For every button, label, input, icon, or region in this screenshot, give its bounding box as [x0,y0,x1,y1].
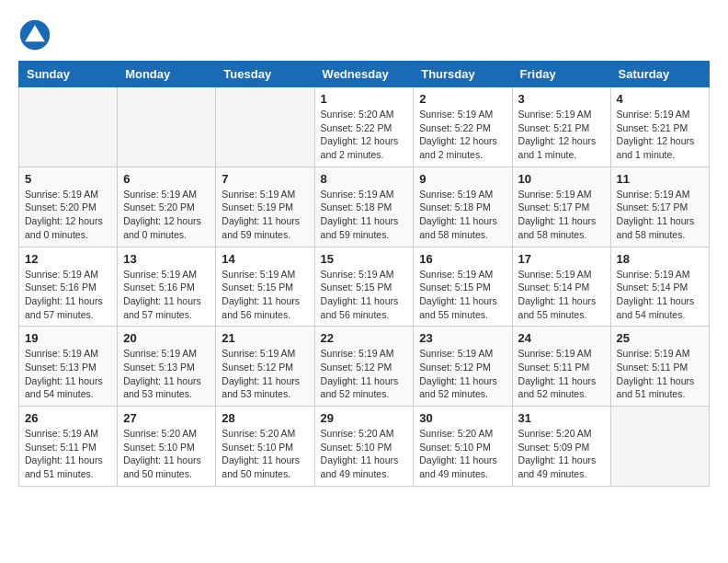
week-row-1: 1Sunrise: 5:20 AM Sunset: 5:22 PM Daylig… [19,87,710,167]
day-info: Sunrise: 5:19 AM Sunset: 5:21 PM Dayligh… [617,108,703,162]
calendar-cell: 27Sunrise: 5:20 AM Sunset: 5:10 PM Dayli… [118,407,216,487]
day-number: 18 [617,252,703,266]
day-info: Sunrise: 5:19 AM Sunset: 5:20 PM Dayligh… [25,188,111,242]
day-info: Sunrise: 5:19 AM Sunset: 5:12 PM Dayligh… [321,347,408,401]
calendar-cell: 12Sunrise: 5:19 AM Sunset: 5:16 PM Dayli… [19,247,118,327]
day-number: 16 [419,252,506,266]
day-number: 21 [222,331,308,345]
day-info: Sunrise: 5:19 AM Sunset: 5:16 PM Dayligh… [25,268,111,322]
day-info: Sunrise: 5:19 AM Sunset: 5:17 PM Dayligh… [617,188,703,242]
calendar-cell: 5Sunrise: 5:19 AM Sunset: 5:20 PM Daylig… [19,167,118,247]
logo-icon [18,18,51,52]
day-info: Sunrise: 5:19 AM Sunset: 5:22 PM Dayligh… [419,108,506,162]
calendar-cell [118,87,216,167]
calendar-cell: 3Sunrise: 5:19 AM Sunset: 5:21 PM Daylig… [512,87,610,167]
day-info: Sunrise: 5:19 AM Sunset: 5:13 PM Dayligh… [123,347,210,401]
day-info: Sunrise: 5:20 AM Sunset: 5:10 PM Dayligh… [419,427,506,481]
day-info: Sunrise: 5:19 AM Sunset: 5:11 PM Dayligh… [617,347,703,401]
day-info: Sunrise: 5:20 AM Sunset: 5:10 PM Dayligh… [321,427,408,481]
calendar-cell: 29Sunrise: 5:20 AM Sunset: 5:10 PM Dayli… [314,407,414,487]
calendar-cell [19,87,118,167]
calendar-cell: 28Sunrise: 5:20 AM Sunset: 5:10 PM Dayli… [216,407,314,487]
calendar-cell [610,407,709,487]
day-info: Sunrise: 5:19 AM Sunset: 5:14 PM Dayligh… [617,268,703,322]
weekday-header-wednesday: Wednesday [314,62,414,87]
day-number: 5 [25,172,111,186]
day-number: 2 [419,92,506,106]
calendar-table: SundayMondayTuesdayWednesdayThursdayFrid… [18,61,710,487]
calendar-cell: 25Sunrise: 5:19 AM Sunset: 5:11 PM Dayli… [610,327,709,407]
calendar-cell: 17Sunrise: 5:19 AM Sunset: 5:14 PM Dayli… [512,247,610,327]
day-number: 28 [222,411,308,425]
day-info: Sunrise: 5:20 AM Sunset: 5:10 PM Dayligh… [123,427,210,481]
day-number: 22 [321,331,408,345]
calendar-cell: 23Sunrise: 5:19 AM Sunset: 5:12 PM Dayli… [414,327,512,407]
day-info: Sunrise: 5:19 AM Sunset: 5:21 PM Dayligh… [518,108,605,162]
day-number: 12 [25,252,111,266]
day-number: 17 [518,252,605,266]
calendar-cell: 15Sunrise: 5:19 AM Sunset: 5:15 PM Dayli… [314,247,414,327]
day-info: Sunrise: 5:19 AM Sunset: 5:18 PM Dayligh… [419,188,506,242]
calendar-cell: 2Sunrise: 5:19 AM Sunset: 5:22 PM Daylig… [414,87,512,167]
day-number: 27 [123,411,210,425]
page-header [18,18,710,52]
day-info: Sunrise: 5:20 AM Sunset: 5:22 PM Dayligh… [321,108,408,162]
calendar-cell: 18Sunrise: 5:19 AM Sunset: 5:14 PM Dayli… [610,247,709,327]
day-info: Sunrise: 5:20 AM Sunset: 5:10 PM Dayligh… [222,427,308,481]
calendar-cell: 1Sunrise: 5:20 AM Sunset: 5:22 PM Daylig… [314,87,414,167]
week-row-3: 12Sunrise: 5:19 AM Sunset: 5:16 PM Dayli… [19,247,710,327]
day-info: Sunrise: 5:19 AM Sunset: 5:12 PM Dayligh… [222,347,308,401]
day-info: Sunrise: 5:19 AM Sunset: 5:14 PM Dayligh… [518,268,605,322]
day-info: Sunrise: 5:19 AM Sunset: 5:18 PM Dayligh… [321,188,408,242]
calendar-cell: 21Sunrise: 5:19 AM Sunset: 5:12 PM Dayli… [216,327,314,407]
calendar-cell: 8Sunrise: 5:19 AM Sunset: 5:18 PM Daylig… [314,167,414,247]
week-row-4: 19Sunrise: 5:19 AM Sunset: 5:13 PM Dayli… [19,327,710,407]
calendar-cell: 30Sunrise: 5:20 AM Sunset: 5:10 PM Dayli… [414,407,512,487]
day-info: Sunrise: 5:19 AM Sunset: 5:16 PM Dayligh… [123,268,210,322]
day-number: 24 [518,331,605,345]
weekday-header-saturday: Saturday [610,62,709,87]
weekday-header-sunday: Sunday [19,62,118,87]
calendar-cell: 14Sunrise: 5:19 AM Sunset: 5:15 PM Dayli… [216,247,314,327]
day-number: 31 [518,411,605,425]
calendar-cell: 26Sunrise: 5:19 AM Sunset: 5:11 PM Dayli… [19,407,118,487]
day-info: Sunrise: 5:19 AM Sunset: 5:13 PM Dayligh… [25,347,111,401]
weekday-header-row: SundayMondayTuesdayWednesdayThursdayFrid… [19,62,710,87]
day-number: 1 [321,92,408,106]
day-number: 19 [25,331,111,345]
day-number: 3 [518,92,605,106]
weekday-header-friday: Friday [512,62,610,87]
calendar-cell: 4Sunrise: 5:19 AM Sunset: 5:21 PM Daylig… [610,87,709,167]
day-number: 9 [419,172,506,186]
day-info: Sunrise: 5:19 AM Sunset: 5:11 PM Dayligh… [25,427,111,481]
calendar-cell: 24Sunrise: 5:19 AM Sunset: 5:11 PM Dayli… [512,327,610,407]
week-row-2: 5Sunrise: 5:19 AM Sunset: 5:20 PM Daylig… [19,167,710,247]
weekday-header-tuesday: Tuesday [216,62,314,87]
calendar-cell: 20Sunrise: 5:19 AM Sunset: 5:13 PM Dayli… [118,327,216,407]
day-info: Sunrise: 5:19 AM Sunset: 5:19 PM Dayligh… [222,188,308,242]
calendar-cell: 9Sunrise: 5:19 AM Sunset: 5:18 PM Daylig… [414,167,512,247]
calendar-cell: 7Sunrise: 5:19 AM Sunset: 5:19 PM Daylig… [216,167,314,247]
day-info: Sunrise: 5:19 AM Sunset: 5:17 PM Dayligh… [518,188,605,242]
day-number: 7 [222,172,308,186]
day-number: 14 [222,252,308,266]
calendar-cell: 16Sunrise: 5:19 AM Sunset: 5:15 PM Dayli… [414,247,512,327]
calendar-cell: 19Sunrise: 5:19 AM Sunset: 5:13 PM Dayli… [19,327,118,407]
day-info: Sunrise: 5:19 AM Sunset: 5:15 PM Dayligh… [222,268,308,322]
day-number: 6 [123,172,210,186]
day-number: 26 [25,411,111,425]
weekday-header-monday: Monday [118,62,216,87]
day-number: 8 [321,172,408,186]
calendar-cell: 13Sunrise: 5:19 AM Sunset: 5:16 PM Dayli… [118,247,216,327]
week-row-5: 26Sunrise: 5:19 AM Sunset: 5:11 PM Dayli… [19,407,710,487]
day-info: Sunrise: 5:19 AM Sunset: 5:15 PM Dayligh… [419,268,506,322]
logo [18,18,55,52]
day-number: 30 [419,411,506,425]
day-number: 25 [617,331,703,345]
day-number: 10 [518,172,605,186]
day-info: Sunrise: 5:20 AM Sunset: 5:09 PM Dayligh… [518,427,605,481]
weekday-header-thursday: Thursday [414,62,512,87]
day-number: 29 [321,411,408,425]
day-info: Sunrise: 5:19 AM Sunset: 5:20 PM Dayligh… [123,188,210,242]
day-info: Sunrise: 5:19 AM Sunset: 5:15 PM Dayligh… [321,268,408,322]
